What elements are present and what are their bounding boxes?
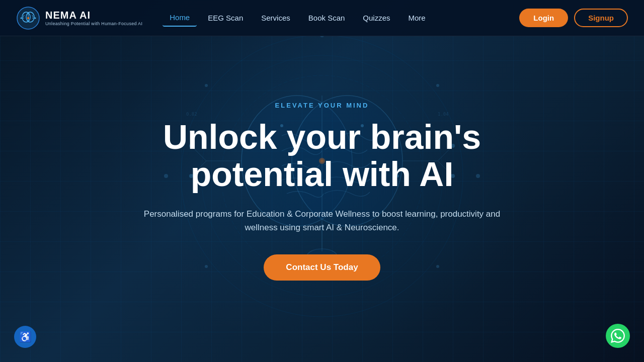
nav-more[interactable]: More — [401, 10, 433, 26]
nav-home[interactable]: Home — [163, 9, 197, 27]
logo[interactable]: NEMA AI Unleashing Potential with Human-… — [16, 6, 142, 30]
hero-title: Unlock your brain's potential with AI — [96, 118, 548, 194]
accessibility-button[interactable]: ♿ — [14, 326, 36, 348]
signup-button[interactable]: Signup — [574, 9, 628, 27]
svg-point-7 — [21, 17, 22, 19]
navbar: NEMA AI Unleashing Potential with Human-… — [0, 0, 644, 36]
accessibility-icon: ♿ — [19, 331, 32, 343]
hero-content: ELEVATE YOUR MIND Unlock your brain's po… — [96, 102, 548, 281]
whatsapp-icon — [611, 329, 625, 343]
nav-eeg-scan[interactable]: EEG Scan — [201, 10, 250, 26]
logo-text-area: NEMA AI Unleashing Potential with Human-… — [45, 10, 142, 26]
hero-subtitle: Personalised programs for Education & Co… — [141, 207, 503, 234]
logo-icon — [16, 6, 40, 30]
login-button[interactable]: Login — [519, 9, 568, 27]
hero-eyebrow: ELEVATE YOUR MIND — [96, 102, 548, 109]
site-name: NEMA AI — [45, 10, 142, 21]
nav-book-scan[interactable]: Book Scan — [301, 10, 352, 26]
whatsapp-button[interactable] — [606, 324, 630, 348]
svg-point-6 — [27, 17, 29, 19]
nav-actions: Login Signup — [519, 9, 628, 27]
nav-links: Home EEG Scan Services Book Scan Quizzes… — [163, 9, 519, 27]
contact-us-button[interactable]: Contact Us Today — [264, 254, 380, 281]
svg-point-8 — [35, 17, 36, 19]
site-tagline: Unleashing Potential with Human-Focused … — [45, 21, 142, 26]
nav-quizzes[interactable]: Quizzes — [356, 10, 397, 26]
hero-section: 0.82 1.04 0.67 0.91 ELEVATE YOUR MIND Un… — [0, 0, 644, 362]
nav-services[interactable]: Services — [254, 10, 297, 26]
svg-point-36 — [436, 84, 439, 87]
svg-point-39 — [205, 84, 208, 87]
